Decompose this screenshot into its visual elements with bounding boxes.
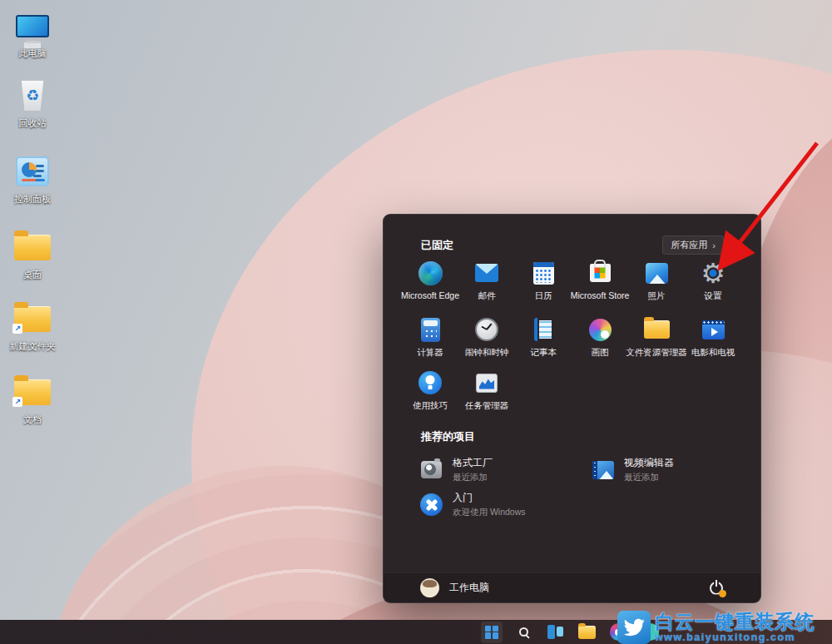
desktop-icon-this-pc[interactable]: 此电脑 xyxy=(0,7,65,58)
task-view-icon xyxy=(547,625,563,639)
pinned-app-tips[interactable]: 使用技巧 xyxy=(402,369,458,412)
movies-tv-icon xyxy=(700,316,726,343)
search-button[interactable] xyxy=(513,622,534,643)
format-factory-icon xyxy=(420,458,443,481)
pinned-app-paint[interactable]: 画图 xyxy=(572,316,628,359)
desktop-icon-label: 此电脑 xyxy=(19,48,47,58)
desktop-icon-control-panel[interactable]: 控制面板 xyxy=(0,152,65,204)
pinned-app-photos[interactable]: 照片 xyxy=(628,260,685,302)
mail-icon xyxy=(473,260,500,286)
video-editor-icon xyxy=(592,458,614,481)
store-icon xyxy=(587,260,613,286)
file-explorer-icon xyxy=(578,626,596,639)
desktop-icon-folder-desktop[interactable]: 桌面 xyxy=(0,228,65,280)
pinned-app-notepad[interactable]: 记事本 xyxy=(515,316,572,359)
calendar-icon xyxy=(530,260,557,286)
pinned-app-store[interactable]: Microsoft Store xyxy=(572,260,628,302)
file-explorer-icon xyxy=(643,316,670,343)
watermark-title: 白云一键重装系统 xyxy=(655,612,815,632)
recycle-bin-icon: ♻ xyxy=(12,77,52,115)
folder-shortcut-icon: ↗ xyxy=(12,373,52,411)
folder-icon xyxy=(12,228,52,266)
shortcut-arrow-icon: ↗ xyxy=(12,397,22,407)
desktop-icon-label: 回收站 xyxy=(19,118,47,128)
calculator-icon xyxy=(417,316,443,343)
task-view-button[interactable] xyxy=(544,622,566,643)
desktop-icon-recycle-bin[interactable]: ♻ 回收站 xyxy=(0,77,65,128)
recommended-section-header: 推荐的项目 xyxy=(421,429,475,444)
desktop-icon-label: 控制面板 xyxy=(14,194,51,204)
windows-logo-icon xyxy=(485,626,498,639)
recommended-item-get-started[interactable]: 入门 欢迎使用 Windows xyxy=(420,491,526,518)
pinned-app-explorer[interactable]: 文件资源管理器 xyxy=(628,316,685,359)
all-apps-label: 所有应用 xyxy=(671,239,707,251)
task-manager-icon xyxy=(473,369,500,396)
start-menu: 已固定 所有应用 › Microsoft Edge 邮件 日历 Microsof… xyxy=(383,214,761,603)
desktop-icon-folder-new[interactable]: ↗ 新建文件夹 xyxy=(0,300,65,351)
paint-icon xyxy=(587,316,613,343)
desktop: 此电脑 ♻ 回收站 控制面板 桌面 ↗ 新建文件夹 ↗ 文档 已固定 所有应用 … xyxy=(0,0,832,644)
get-started-icon xyxy=(420,493,443,516)
pinned-app-edge[interactable]: Microsoft Edge xyxy=(402,260,458,302)
pinned-app-taskmgr[interactable]: 任务管理器 xyxy=(458,369,515,412)
desktop-icon-label: 文档 xyxy=(23,414,42,424)
search-icon xyxy=(519,627,528,637)
power-badge xyxy=(719,590,726,597)
start-menu-footer: 工作电脑 xyxy=(384,572,760,602)
user-name: 工作电脑 xyxy=(449,581,489,595)
photos-icon xyxy=(643,260,670,286)
pinned-section-header: 已固定 xyxy=(421,238,453,253)
settings-gear-icon: ⚙ xyxy=(700,260,726,286)
clock-icon xyxy=(473,316,500,343)
control-panel-icon xyxy=(12,152,52,191)
pinned-app-calculator[interactable]: 计算器 xyxy=(402,316,458,359)
pinned-app-mail[interactable]: 邮件 xyxy=(458,260,515,302)
desktop-icon-folder-docs[interactable]: ↗ 文档 xyxy=(0,373,65,424)
all-apps-button[interactable]: 所有应用 › xyxy=(662,235,724,255)
pinned-app-movies[interactable]: 电影和电视 xyxy=(685,316,741,359)
user-avatar[interactable] xyxy=(420,578,439,597)
file-explorer-button[interactable] xyxy=(576,622,597,643)
power-icon[interactable] xyxy=(709,581,724,596)
start-button[interactable] xyxy=(481,622,503,643)
folder-shortcut-icon: ↗ xyxy=(12,300,52,338)
pinned-app-clock[interactable]: 闹钟和时钟 xyxy=(458,316,515,359)
pinned-app-settings[interactable]: ⚙ 设置 xyxy=(685,260,741,302)
watermark: 白云一键重装系统 www.baiyunxitong.com xyxy=(617,607,832,644)
this-pc-icon xyxy=(12,7,52,45)
chevron-right-icon: › xyxy=(712,240,716,250)
edge-icon xyxy=(417,260,443,286)
desktop-icon-label: 新建文件夹 xyxy=(10,341,56,351)
notepad-icon xyxy=(530,316,557,343)
recommended-item-video-editor[interactable]: 视频编辑器 最近添加 xyxy=(592,456,674,483)
bird-logo-icon xyxy=(617,611,651,644)
watermark-url: www.baiyunxitong.com xyxy=(655,632,815,643)
pinned-app-calendar[interactable]: 日历 xyxy=(515,260,572,302)
recommended-item-format-factory[interactable]: 格式工厂 最近添加 xyxy=(420,456,493,483)
shortcut-arrow-icon: ↗ xyxy=(12,324,22,334)
tips-icon xyxy=(417,369,443,396)
desktop-icon-label: 桌面 xyxy=(23,270,42,280)
